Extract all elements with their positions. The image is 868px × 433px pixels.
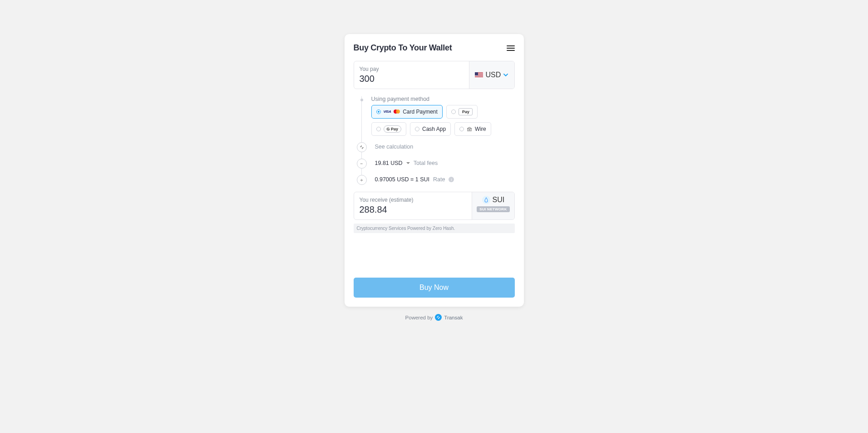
- crypto-network-badge: SUI NETWORK: [477, 206, 509, 212]
- visa-icon: VISA: [384, 110, 391, 114]
- transak-icon: [435, 314, 442, 321]
- you-pay-label: You pay: [360, 66, 464, 72]
- fees-amount: 19.81 USD: [375, 160, 403, 166]
- rate-label: Rate: [433, 176, 445, 183]
- buy-now-button[interactable]: Buy Now: [354, 278, 515, 298]
- you-pay-input-area[interactable]: You pay 300: [354, 61, 469, 89]
- timeline-dot-icon: [360, 99, 363, 101]
- sui-icon: [482, 196, 490, 204]
- radio-icon: [376, 127, 381, 131]
- caret-down-icon: [406, 162, 410, 164]
- fees-label: Total fees: [414, 160, 438, 166]
- bank-icon: [467, 127, 472, 131]
- menu-icon[interactable]: [507, 45, 515, 51]
- you-receive-field: You receive (estimate) 288.84 SUI SUI NE…: [354, 192, 515, 220]
- powered-by-footer: Powered by Transak: [405, 314, 463, 321]
- footer-prefix: Powered by: [405, 315, 433, 320]
- crypto-code: SUI: [493, 196, 505, 204]
- you-receive-display: You receive (estimate) 288.84: [354, 192, 472, 219]
- divide-icon: ÷: [357, 175, 367, 185]
- payment-option-wire-label: Wire: [475, 126, 486, 132]
- info-icon[interactable]: i: [449, 177, 454, 182]
- payment-method-label: Using payment method: [371, 96, 515, 102]
- widget-title: Buy Crypto To Your Wallet: [354, 43, 452, 53]
- payment-option-card-label: Card Payment: [403, 109, 438, 115]
- collapse-icon: [357, 142, 367, 152]
- you-receive-label: You receive (estimate): [360, 197, 467, 203]
- payment-option-card[interactable]: VISA Card Payment: [371, 105, 443, 119]
- buy-crypto-widget: Buy Crypto To Your Wallet You pay 300 US…: [345, 34, 524, 307]
- currency-code: USD: [486, 71, 501, 79]
- currency-selector[interactable]: USD: [469, 61, 514, 89]
- payment-option-apple-pay[interactable]: Pay: [446, 105, 478, 119]
- payment-option-wire[interactable]: Wire: [454, 122, 491, 136]
- see-calculation-label: See calculation: [375, 144, 414, 150]
- minus-icon: −: [357, 159, 367, 169]
- payment-method-row: Using payment method VISA Card Payment P…: [359, 95, 515, 137]
- you-pay-amount: 300: [360, 74, 464, 84]
- total-fees-row[interactable]: − 19.81 USD Total fees: [359, 156, 515, 170]
- payment-methods-group: VISA Card Payment Pay G Pay: [371, 105, 515, 136]
- apple-pay-icon: Pay: [459, 108, 473, 115]
- radio-icon: [451, 109, 456, 114]
- rate-row: ÷ 0.97005 USD = 1 SUI Rate i: [359, 173, 515, 186]
- radio-icon: [459, 127, 464, 131]
- see-calculation-row[interactable]: See calculation: [359, 140, 515, 154]
- you-pay-field: You pay 300 USD: [354, 61, 515, 89]
- payment-option-google-pay[interactable]: G Pay: [371, 122, 407, 136]
- google-pay-icon: G Pay: [384, 125, 402, 133]
- crypto-selector[interactable]: SUI SUI NETWORK: [472, 192, 514, 219]
- calculation-timeline: Using payment method VISA Card Payment P…: [359, 95, 515, 186]
- chevron-down-icon: [503, 73, 508, 77]
- widget-header: Buy Crypto To Your Wallet: [354, 43, 515, 53]
- you-receive-amount: 288.84: [360, 204, 467, 215]
- rate-text: 0.97005 USD = 1 SUI: [375, 176, 430, 183]
- footer-brand: Transak: [444, 315, 463, 320]
- disclaimer-text: Cryptocurrency Services Powered by Zero …: [354, 224, 515, 233]
- payment-option-cash-app[interactable]: Cash App: [410, 122, 451, 136]
- mastercard-icon: [394, 109, 400, 114]
- payment-option-cash-app-label: Cash App: [422, 126, 446, 132]
- radio-icon: [415, 127, 419, 131]
- flag-us-icon: [475, 72, 483, 78]
- radio-icon: [376, 109, 381, 114]
